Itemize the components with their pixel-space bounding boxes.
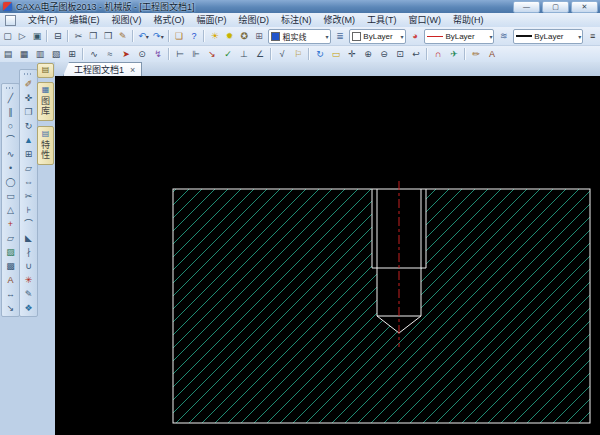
close-button[interactable]: ✕ (571, 1, 598, 13)
dim-linear-button[interactable]: ⊢ (172, 47, 188, 61)
tab-close-icon[interactable]: × (130, 65, 135, 75)
scale-button[interactable]: ▱ (22, 161, 36, 175)
menu-help[interactable]: 帮助(H) (447, 14, 490, 27)
print-button[interactable]: ⊟ (50, 29, 65, 43)
pan-button[interactable]: ✛ (344, 47, 360, 61)
arrow-button[interactable]: ➤ (118, 47, 134, 61)
snap-magnet-button[interactable]: ∩ (430, 47, 446, 61)
parameter-table-button[interactable]: ▧ (48, 47, 64, 61)
solid-fill-button[interactable]: ▩ (4, 259, 18, 273)
title-block-button[interactable]: ▥ (32, 47, 48, 61)
menu-modify[interactable]: 修改(M) (318, 14, 362, 27)
dim-datum-button[interactable]: ⊥ (236, 47, 252, 61)
show-window-button[interactable]: ▭ (328, 47, 344, 61)
erase-button[interactable]: ✐ (22, 77, 36, 91)
stretch-button[interactable]: ⇔ (22, 175, 36, 189)
redo-button[interactable]: ↷▾ (151, 29, 166, 43)
layers-button[interactable]: ≣ (333, 29, 348, 43)
save-button[interactable]: ▣ (30, 29, 45, 43)
zoom-out-button[interactable]: ⊖ (376, 47, 392, 61)
zoom-in-button[interactable]: ⊕ (360, 47, 376, 61)
roughness-button[interactable]: √ (274, 47, 290, 61)
circle-button[interactable]: ○ (4, 119, 18, 133)
redo-dropdown-arrow[interactable]: ▾ (161, 33, 164, 40)
center-line-button[interactable]: + (4, 217, 18, 231)
zoom-previous-button[interactable]: ↩ (408, 47, 424, 61)
arc-button[interactable]: ⌒ (4, 133, 18, 147)
sketch-pen-button[interactable]: ✏ (468, 47, 484, 61)
document-icon[interactable] (5, 15, 16, 26)
section-line-button[interactable]: ↯ (150, 47, 166, 61)
menu-tools[interactable]: 工具(T) (361, 14, 403, 27)
lineweight-select-combo[interactable]: ByLayer▾ (513, 29, 583, 44)
maximize-button[interactable]: ▢ (542, 1, 569, 13)
color-select-combo[interactable]: ByLayer▾ (349, 29, 405, 44)
line-button[interactable]: ╱ (4, 91, 18, 105)
rectangle-button[interactable]: ▭ (4, 189, 18, 203)
new-button[interactable]: ▢ (0, 29, 15, 43)
text-style-button[interactable]: A (484, 47, 500, 61)
text-button[interactable]: A (4, 273, 18, 287)
dimension-button[interactable]: ↔ (4, 287, 18, 301)
array-button[interactable]: ⊞ (22, 147, 36, 161)
copy-entity-button[interactable]: ❐ (22, 105, 36, 119)
panel-tab-library[interactable]: ▦图库 (37, 82, 54, 121)
bom-table-button[interactable]: ⊞ (64, 47, 80, 61)
leader-button[interactable]: ↘ (4, 301, 18, 315)
weld-symbol-button[interactable]: ⚐ (290, 47, 306, 61)
menu-dimension[interactable]: 标注(N) (275, 14, 318, 27)
join-button[interactable]: ∪ (22, 259, 36, 273)
menu-window[interactable]: 窗口(W) (403, 14, 448, 27)
dim-angle-button[interactable]: ∠ (252, 47, 268, 61)
dim-leader-button[interactable]: ↘ (204, 47, 220, 61)
drawing-canvas[interactable] (55, 76, 600, 435)
color-palette-button[interactable]: ◕ (408, 29, 423, 43)
ellipse-button[interactable]: ◯ (4, 175, 18, 189)
open-button[interactable]: ▷ (15, 29, 30, 43)
match-properties-button[interactable]: ❖ (22, 301, 36, 315)
polyline-button[interactable]: ▱ (4, 231, 18, 245)
polygon-button[interactable]: △ (4, 203, 18, 217)
linetype-select-combo[interactable]: ByLayer▾ (424, 29, 494, 44)
undo-button[interactable]: ↶▾ (136, 29, 151, 43)
layer-bulb-button[interactable]: ☀ (207, 29, 222, 43)
spline-curve-button[interactable]: ∿ (4, 147, 18, 161)
point-button[interactable]: • (4, 161, 18, 175)
cut-button[interactable]: ✂ (71, 29, 86, 43)
menu-view[interactable]: 视图(V) (106, 14, 148, 27)
chamfer-button[interactable]: ◣ (22, 231, 36, 245)
panel-strip-button[interactable]: ▤ (37, 63, 54, 78)
linetype-select-dropdown-arrow[interactable]: ▾ (489, 33, 492, 40)
extend-button[interactable]: ⊦ (22, 203, 36, 217)
trim-button[interactable]: ✂ (22, 189, 36, 203)
menu-draw[interactable]: 绘图(D) (233, 14, 276, 27)
parallel-line-button[interactable]: ∥ (4, 105, 18, 119)
menu-format[interactable]: 格式(O) (148, 14, 191, 27)
copy-button[interactable]: ❐ (86, 29, 101, 43)
lineweight-select-dropdown-arrow[interactable]: ▾ (578, 33, 581, 40)
undo-dropdown-arrow[interactable]: ▾ (146, 33, 149, 40)
hatch-button[interactable]: ▨ (4, 245, 18, 259)
redraw-button[interactable]: ↻ (312, 47, 328, 61)
view-navigation-button[interactable]: ✈ (446, 47, 462, 61)
ole-link-button[interactable]: ❏ (172, 29, 187, 43)
move-button[interactable]: ✜ (22, 91, 36, 105)
sheet-settings-button[interactable]: ▤ (0, 47, 16, 61)
layer-print-button[interactable]: ⊞ (252, 29, 267, 43)
wavy-line-button[interactable]: ≈ (102, 47, 118, 61)
layer-select-dropdown-arrow[interactable]: ▾ (326, 33, 329, 40)
spline-button[interactable]: ∿ (86, 47, 102, 61)
dim-baseline-button[interactable]: ⊩ (188, 47, 204, 61)
drawing-frame-button[interactable]: ▦ (16, 47, 32, 61)
layer-select-combo[interactable]: 粗实线▾ (268, 29, 330, 44)
panel-tab-properties[interactable]: ▤特性 (37, 126, 54, 165)
help-button[interactable]: ? (187, 29, 202, 43)
rotate-button[interactable]: ↻ (22, 119, 36, 133)
menu-sheet[interactable]: 幅面(P) (191, 14, 233, 27)
format-brush-button[interactable]: ✎ (115, 29, 130, 43)
linetype-button[interactable]: ≋ (496, 29, 511, 43)
tab-doc1[interactable]: 工程图文档1 × (63, 62, 142, 76)
menu-edit[interactable]: 编辑(E) (64, 14, 106, 27)
color-select-dropdown-arrow[interactable]: ▾ (401, 33, 404, 40)
minimize-button[interactable]: — (513, 1, 540, 13)
